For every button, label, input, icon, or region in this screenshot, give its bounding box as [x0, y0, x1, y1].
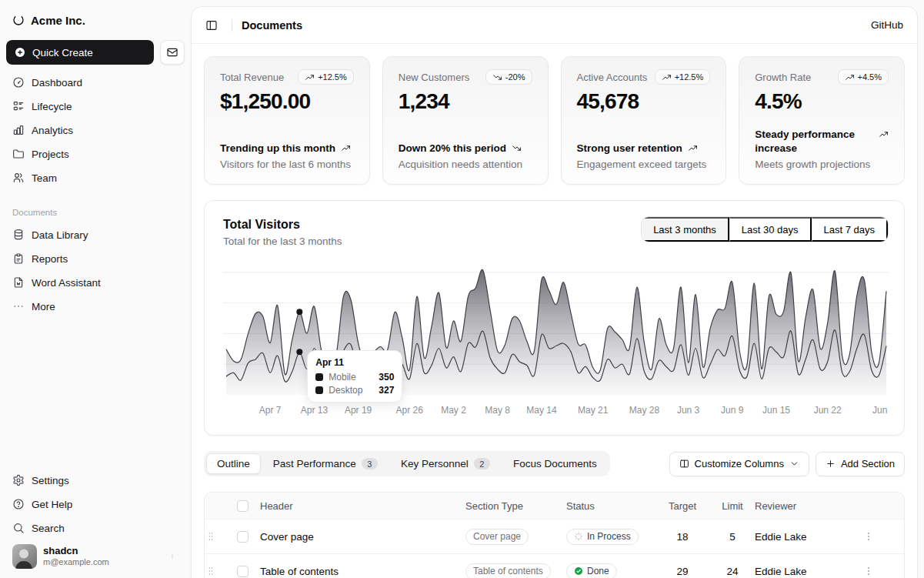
sidebar-item-more[interactable]: More: [6, 295, 185, 318]
svg-text:Apr 19: Apr 19: [345, 405, 372, 416]
stat-description: Meets growth projections: [755, 159, 889, 170]
reviewer-cell[interactable]: Eddie Lake: [755, 531, 862, 543]
layout-columns-icon: [679, 459, 689, 469]
range-last-7-days[interactable]: Last 7 days: [812, 217, 889, 242]
row-checkbox[interactable]: [237, 566, 249, 577]
table-header-row: Header Section Type Status Target Limit …: [205, 493, 904, 519]
svg-text:May 28: May 28: [629, 405, 660, 416]
sidebar-item-label: Data Library: [32, 229, 88, 241]
row-header-cell[interactable]: Table of contents: [254, 566, 465, 577]
row-menu-icon[interactable]: [862, 530, 875, 543]
tab-key-personnel[interactable]: Key Personnel2: [390, 453, 501, 474]
svg-text:Jun 22: Jun 22: [814, 405, 842, 416]
limit-cell[interactable]: 24: [710, 566, 755, 577]
report-icon: [12, 252, 25, 265]
limit-cell[interactable]: 5: [710, 531, 755, 543]
sidebar-item-data-library[interactable]: Data Library: [6, 223, 185, 246]
stat-description: Engagement exceed targets: [577, 159, 711, 170]
trend-badge: -20%: [485, 69, 532, 85]
range-toggle-group: Last 3 months Last 30 days Last 7 days: [641, 216, 889, 242]
sidebar-item-reports[interactable]: Reports: [6, 247, 185, 270]
sidebar-toggle-button[interactable]: [201, 15, 222, 36]
table-row[interactable]: Cover page Cover page In Process 18 5 Ed…: [205, 519, 904, 553]
mobile-series-swatch: [315, 373, 323, 381]
row-menu-icon[interactable]: [862, 565, 875, 577]
svg-text:Apr 26: Apr 26: [396, 405, 424, 416]
circle-plus-icon: [14, 46, 26, 58]
table-row[interactable]: Table of contents Table of contents Done…: [205, 553, 904, 578]
sidebar-item-word-assistant[interactable]: Word Assistant: [6, 271, 185, 294]
inbox-button[interactable]: [160, 40, 185, 65]
column-header: Target: [655, 500, 710, 512]
tab-focus-documents[interactable]: Focus Documents: [502, 453, 608, 474]
chart-tooltip: Apr 11 Mobile 350 Desktop 327: [307, 350, 402, 403]
brand[interactable]: Acme Inc.: [6, 8, 185, 32]
chevron-down-icon: [789, 459, 799, 469]
stat-description: Acquisition needs attention: [399, 159, 532, 170]
github-link[interactable]: GitHub: [871, 19, 903, 31]
sidebar-item-label: Projects: [32, 149, 69, 160]
row-checkbox[interactable]: [237, 531, 249, 543]
sidebar-item-projects[interactable]: Projects: [6, 142, 185, 165]
trend-badge: +12.5%: [298, 69, 354, 85]
stat-trend-line: Steady performance increase: [755, 128, 889, 155]
add-section-button[interactable]: Add Section: [816, 452, 905, 476]
desktop-series-swatch: [315, 386, 323, 394]
sidebar-item-label: Search: [32, 523, 65, 534]
trending-up-icon: [341, 143, 351, 153]
quick-create-button[interactable]: Quick Create: [6, 40, 154, 65]
stat-card-active-accounts: Active Accounts +12.5% 45,678 Strong use…: [561, 56, 727, 185]
trending-up-icon: [845, 72, 855, 82]
file-icon: [12, 276, 25, 289]
section-type-badge: Cover page: [465, 529, 529, 545]
row-header-cell[interactable]: Cover page: [254, 531, 465, 543]
status-badge: Done: [566, 563, 617, 578]
range-last-30-days[interactable]: Last 30 days: [729, 217, 812, 242]
folder-icon: [12, 148, 25, 160]
sidebar-item-lifecycle[interactable]: Lifecycle: [6, 95, 185, 118]
stat-title: Growth Rate: [755, 69, 811, 83]
sidebar-item-dashboard[interactable]: Dashboard: [6, 71, 185, 94]
stat-trend-line: Strong user retention: [577, 142, 711, 155]
sidebar-item-settings[interactable]: Settings: [6, 469, 185, 492]
tooltip-title: Apr 11: [315, 357, 394, 368]
brand-label: Acme Inc.: [31, 14, 85, 27]
customize-columns-button[interactable]: Customize Columns: [669, 452, 809, 476]
sidebar-item-get-help[interactable]: Get Help: [6, 493, 185, 516]
svg-text:Jun 15: Jun 15: [762, 405, 790, 416]
range-last-3-months[interactable]: Last 3 months: [642, 217, 729, 242]
trend-badge: +4.5%: [838, 69, 889, 85]
dots-vertical-icon[interactable]: [166, 550, 178, 563]
select-all-checkbox[interactable]: [237, 500, 249, 512]
user-menu[interactable]: shadcn m@example.com: [6, 540, 185, 569]
stat-cards: Total Revenue +12.5% $1,250.00 Trending …: [204, 56, 905, 185]
sidebar-item-label: More: [32, 301, 55, 312]
stat-trend-line: Down 20% this period: [399, 142, 532, 155]
table-actions: Customize Columns Add Section: [669, 452, 905, 476]
drag-handle-icon[interactable]: [205, 530, 217, 543]
tab-past-performance[interactable]: Past Performance3: [262, 453, 389, 474]
nav-footer: Settings Get Help Search: [6, 469, 185, 540]
reviewer-cell[interactable]: Eddie Lake: [755, 566, 862, 577]
stat-card-total-revenue: Total Revenue +12.5% $1,250.00 Trending …: [204, 56, 370, 185]
header-separator: [232, 19, 232, 32]
tab-outline[interactable]: Outline: [206, 453, 261, 474]
dots-icon: [12, 300, 25, 312]
drag-handle-icon[interactable]: [205, 565, 217, 577]
tabs-row: Outline Past Performance3 Key Personnel2…: [204, 451, 905, 476]
sidebar-item-label: Settings: [32, 475, 69, 486]
nav-main: Dashboard Lifecycle Analytics Projects T…: [6, 71, 185, 189]
stat-value: 4.5%: [755, 89, 889, 114]
users-icon: [12, 172, 25, 184]
sidebar-item-search[interactable]: Search: [6, 516, 185, 540]
section-type-badge: Table of contents: [465, 563, 551, 578]
stat-description: Visitors for the last 6 months: [220, 159, 354, 170]
sidebar-item-analytics[interactable]: Analytics: [6, 119, 185, 142]
stat-title: New Customers: [399, 69, 469, 83]
trending-down-icon: [492, 72, 502, 82]
chart-area: Apr 7Apr 13Apr 19Apr 26May 2May 8May 14M…: [223, 259, 886, 424]
sidebar-item-team[interactable]: Team: [6, 166, 185, 189]
target-cell[interactable]: 29: [655, 566, 710, 577]
list-details-icon: [12, 100, 25, 112]
target-cell[interactable]: 18: [655, 531, 710, 543]
